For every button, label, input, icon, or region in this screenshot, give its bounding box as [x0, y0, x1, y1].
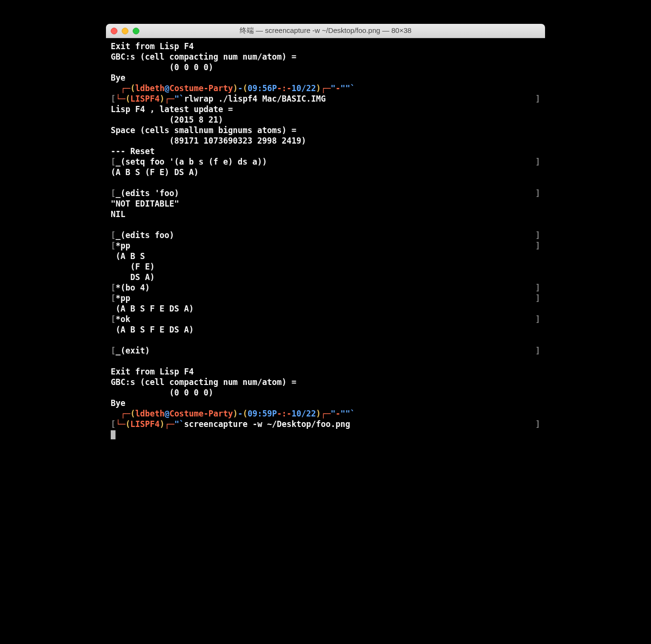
- bracket-icon: ]: [536, 282, 540, 293]
- output-line: (89171 1073690323 2998 2419): [111, 135, 540, 146]
- paren-icon: (: [126, 419, 130, 429]
- bracket-icon: [: [111, 94, 116, 104]
- paren-icon: ): [316, 409, 321, 418]
- paren-icon: (: [126, 94, 130, 104]
- prompt-line: [└─(LISPF4)┌─"`screencapture -w ~/Deskto…: [111, 419, 540, 429]
- quote-icon: "`: [174, 94, 184, 104]
- paren-icon: (: [130, 83, 135, 93]
- bracket-icon: [: [111, 241, 116, 250]
- bracket-icon: [: [111, 346, 116, 355]
- dash-icon: -: [336, 83, 340, 93]
- bracket-icon: ]: [536, 419, 540, 429]
- quote-icon: ": [331, 83, 336, 93]
- output-line: GBC:s (cell compacting num num/atom) =: [111, 52, 540, 62]
- blank-line: [111, 335, 540, 345]
- dash-icon: -: [238, 409, 242, 418]
- prompt-line: ┌─(ldbeth@Costume-Party)-(09:59P-:-10/22…: [111, 408, 540, 419]
- input-line: [_(edits 'foo)]: [111, 188, 540, 198]
- prompt-user: ldbeth: [135, 409, 164, 418]
- output-line: Exit from Lisp F4: [111, 366, 540, 377]
- bracket-icon: ]: [536, 345, 540, 356]
- prompt-host: Costume-Party: [169, 83, 233, 93]
- paren-icon: ): [316, 83, 321, 93]
- output-line: DS A): [111, 272, 540, 282]
- tick-icon: `: [350, 83, 355, 93]
- paren-icon: ): [233, 83, 238, 93]
- output-line: Lisp F4 , latest update =: [111, 104, 540, 114]
- output-line: "NOT EDITABLE": [111, 198, 540, 209]
- prompt-app: LISPF4: [130, 94, 159, 104]
- bracket-icon: [: [111, 157, 116, 166]
- at-icon: @: [165, 409, 169, 418]
- prompt-user: ldbeth: [135, 83, 164, 93]
- repl-input: *(bo 4): [116, 283, 150, 292]
- repl-input: *ok: [116, 314, 130, 324]
- output-line: (2015 8 21): [111, 114, 540, 125]
- input-line: [_(edits foo)]: [111, 230, 540, 240]
- quote-icon: "`: [174, 419, 184, 429]
- at-icon: @: [165, 83, 169, 93]
- cursor-line[interactable]: [111, 429, 540, 440]
- tick-icon: `: [350, 409, 355, 418]
- prompt-decor: ┌─: [321, 83, 330, 93]
- prompt-time: 09:56P: [248, 83, 277, 93]
- repl-input: _(edits foo): [116, 230, 174, 240]
- output-line: (A B S F E DS A): [111, 324, 540, 335]
- blank-line: [111, 356, 540, 366]
- prompt-time: 09:59P: [248, 409, 277, 418]
- blank-line: [111, 219, 540, 230]
- prompt-decor: └─: [116, 419, 125, 429]
- dash-icon: -: [336, 409, 340, 418]
- input-line: [_(exit)]: [111, 345, 540, 356]
- output-line: Exit from Lisp F4: [111, 41, 540, 52]
- prompt-decor: ┌─: [120, 83, 130, 93]
- output-line: NIL: [111, 209, 540, 219]
- quote-icon: "": [340, 83, 350, 93]
- dash-icon: -: [238, 83, 242, 93]
- repl-input: _(edits 'foo): [116, 188, 179, 198]
- repl-input: _(exit): [116, 346, 150, 355]
- minimize-icon[interactable]: [122, 28, 128, 34]
- output-line: (0 0 0 0): [111, 62, 540, 73]
- prompt-date: 10/22: [292, 83, 316, 93]
- bracket-icon: [: [111, 293, 116, 303]
- repl-input: _(setq foo '(a b s (f e) ds a)): [116, 157, 267, 166]
- prompt-host: Costume-Party: [169, 409, 233, 418]
- output-line: (F E): [111, 261, 540, 272]
- bracket-icon: [: [111, 419, 116, 429]
- traffic-lights: [111, 28, 139, 34]
- paren-icon: (: [130, 409, 135, 418]
- paren-icon: ): [233, 409, 238, 418]
- prompt-sep: -:-: [277, 83, 292, 93]
- paren-icon: (: [242, 83, 247, 93]
- output-line: Space (cells smallnum bignums atoms) =: [111, 125, 540, 135]
- bracket-icon: ]: [536, 314, 540, 324]
- bracket-icon: [: [111, 314, 116, 324]
- bracket-icon: [: [111, 230, 116, 240]
- terminal-body[interactable]: Exit from Lisp F4 GBC:s (cell compacting…: [106, 38, 545, 463]
- output-line: (0 0 0 0): [111, 387, 540, 398]
- prompt-decor: ┌─: [120, 409, 130, 418]
- bracket-icon: ]: [536, 188, 540, 198]
- bracket-icon: [: [111, 188, 116, 198]
- input-line: [*(bo 4)]: [111, 282, 540, 293]
- close-icon[interactable]: [111, 28, 117, 34]
- quote-icon: "": [340, 409, 350, 418]
- output-line: Bye: [111, 73, 540, 83]
- window-titlebar[interactable]: 终端 — screencapture -w ~/Desktop/foo.png …: [106, 24, 545, 38]
- prompt-line: [└─(LISPF4)┌─"`rlwrap ./lispf4 Mac/BASIC…: [111, 93, 540, 104]
- input-line: [*ok]: [111, 314, 540, 324]
- prompt-line: ┌─(ldbeth@Costume-Party)-(09:56P-:-10/22…: [111, 83, 540, 93]
- terminal-window: 终端 — screencapture -w ~/Desktop/foo.png …: [106, 24, 545, 463]
- maximize-icon[interactable]: [133, 28, 139, 34]
- bracket-icon: ]: [536, 240, 540, 251]
- bracket-icon: ]: [536, 156, 540, 167]
- prompt-decor: ┌─: [321, 409, 330, 418]
- output-line: --- Reset: [111, 146, 540, 156]
- prompt-app: LISPF4: [130, 419, 159, 429]
- bracket-icon: ]: [536, 93, 540, 104]
- prompt-decor: ┌─: [165, 419, 174, 429]
- quote-icon: ": [331, 409, 336, 418]
- repl-input: *pp: [116, 241, 130, 250]
- command-text: rlwrap ./lispf4 Mac/BASIC.IMG: [184, 94, 326, 104]
